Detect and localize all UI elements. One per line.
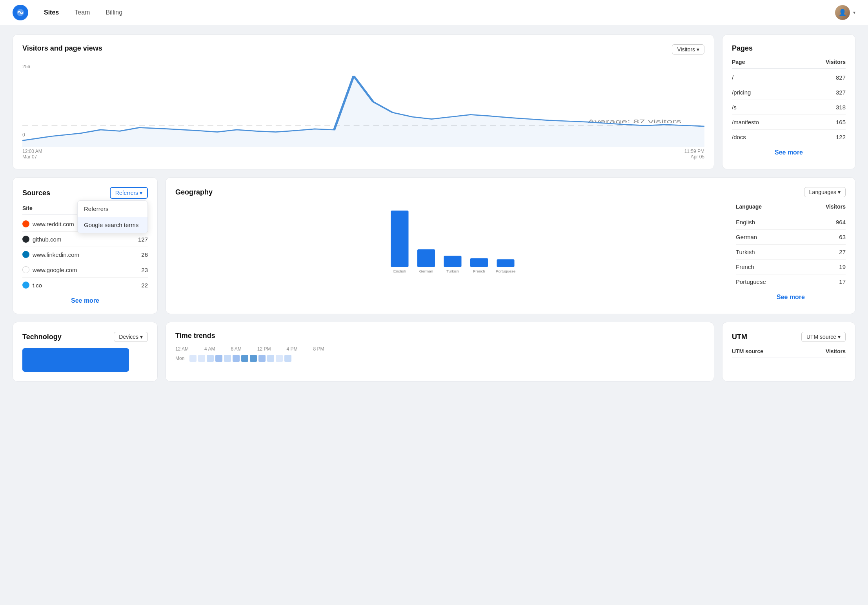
- utm-col-visitors: Visitors: [826, 348, 846, 354]
- visitors-dropdown-btn[interactable]: Visitors ▾: [672, 44, 704, 55]
- nav-billing[interactable]: Billing: [99, 6, 129, 19]
- reddit-icon: [22, 220, 29, 227]
- svg-rect-5: [444, 256, 462, 267]
- svg-rect-4: [417, 249, 435, 267]
- chart-x-end: 11:59 PM Apr 05: [684, 149, 704, 160]
- utm-source-dropdown-btn[interactable]: UTM source ▾: [801, 332, 846, 342]
- tech-bar: [22, 348, 129, 372]
- chart-svg: Average: 87 visitors: [22, 61, 704, 147]
- main-nav: Sites Team Billing: [38, 6, 835, 19]
- geo-content: English German Turkish French Portuguese…: [175, 203, 846, 301]
- svg-rect-3: [391, 211, 409, 267]
- sources-see-more[interactable]: See more: [22, 293, 148, 304]
- pages-row-4: /docs 122: [732, 130, 846, 144]
- svg-text:German: German: [419, 269, 433, 273]
- lang-col-header: Language Visitors: [736, 203, 846, 213]
- chart-y-zero: 0: [22, 132, 25, 138]
- sources-title: Sources: [22, 189, 50, 197]
- visitors-chart-card: Visitors and page views Visitors ▾ 256 0…: [13, 35, 714, 169]
- logo[interactable]: [13, 5, 28, 20]
- lang-col-language: Language: [736, 203, 762, 210]
- dropdown-item-referrers[interactable]: Referrers: [78, 201, 147, 217]
- geo-header: Geography Languages ▾: [175, 187, 846, 197]
- utm-card: UTM UTM source ▾ UTM source Visitors: [722, 322, 855, 382]
- pages-col-header: Page Visitors: [732, 59, 846, 69]
- heatmap-row-mon: Mon: [175, 355, 704, 362]
- twitter-icon: [22, 282, 29, 289]
- utm-title: UTM: [732, 333, 747, 341]
- heatmap-cell: [233, 355, 240, 362]
- sources-header: Sources Referrers ▾ Referrers Google sea…: [22, 187, 148, 199]
- heatmap-cell: [224, 355, 231, 362]
- nav-team[interactable]: Team: [68, 6, 96, 19]
- time-header: Time trends: [175, 332, 704, 340]
- source-row-4: t.co 22: [22, 278, 148, 293]
- pages-col-page: Page: [732, 59, 745, 65]
- sources-col-site: Site: [22, 205, 33, 211]
- lang-row-4: Portuguese 17: [736, 274, 846, 289]
- svg-text:Portuguese: Portuguese: [496, 269, 516, 273]
- heatmap-cell: [207, 355, 214, 362]
- pages-col-visitors: Visitors: [826, 59, 846, 65]
- geo-title: Geography: [175, 188, 213, 196]
- middle-row: Sources Referrers ▾ Referrers Google sea…: [13, 177, 855, 314]
- svg-text:Turkish: Turkish: [446, 269, 459, 273]
- technology-card: Technology Devices ▾: [13, 322, 158, 382]
- chart-labels: 12:00 AM Mar 07 11:59 PM Apr 05: [22, 149, 704, 160]
- source-row-3: www.google.com 23: [22, 262, 148, 278]
- tech-title: Technology: [22, 333, 62, 341]
- chart-y-max: 256: [22, 64, 30, 69]
- lang-row-0: English 964: [736, 215, 846, 230]
- pages-card: Pages Page Visitors / 827 /pricing 327 /…: [722, 35, 855, 169]
- lang-table: Language Visitors English 964 German 63 …: [736, 203, 846, 301]
- pages-row-0: / 827: [732, 70, 846, 85]
- utm-header: UTM UTM source ▾: [732, 332, 846, 342]
- source-row-1: github.com 127: [22, 232, 148, 247]
- heatmap-cell: [198, 355, 205, 362]
- sources-dropdown-menu: Referrers Google search terms: [77, 200, 148, 233]
- devices-dropdown-btn[interactable]: Devices ▾: [114, 332, 148, 342]
- lang-row-3: French 19: [736, 260, 846, 274]
- chart-title: Visitors and page views: [22, 44, 102, 53]
- geo-see-more[interactable]: See more: [736, 289, 846, 301]
- avatar[interactable]: 👤: [835, 5, 850, 20]
- geography-card: Geography Languages ▾: [166, 177, 855, 314]
- pages-title: Pages: [732, 44, 846, 53]
- time-title: Time trends: [175, 332, 215, 340]
- heatmap-cell: [189, 355, 197, 362]
- languages-dropdown-btn[interactable]: Languages ▾: [804, 187, 846, 197]
- heatmap-cell: [284, 355, 291, 362]
- utm-col-source: UTM source: [732, 348, 763, 354]
- pages-see-more[interactable]: See more: [732, 144, 846, 156]
- svg-text:French: French: [473, 269, 485, 273]
- svg-marker-2: [22, 76, 704, 147]
- heatmap-cell: [241, 355, 248, 362]
- time-trends-card: Time trends 12 AM 4 AM 8 AM 12 PM 4 PM 8…: [166, 322, 714, 382]
- svg-rect-6: [470, 258, 488, 267]
- nav-sites[interactable]: Sites: [38, 6, 65, 19]
- header: Sites Team Billing 👤 ▾: [0, 0, 868, 25]
- time-labels: 12 AM 4 AM 8 AM 12 PM 4 PM 8 PM: [175, 346, 704, 352]
- heatmap-cell: [276, 355, 283, 362]
- main-content: Visitors and page views Visitors ▾ 256 0…: [0, 25, 868, 391]
- sources-dropdown-btn[interactable]: Referrers ▾: [110, 187, 148, 199]
- chart-x-start: 12:00 AM Mar 07: [22, 149, 42, 160]
- avatar-dropdown-arrow[interactable]: ▾: [853, 10, 855, 15]
- heatmap-cell: [258, 355, 266, 362]
- source-row-2: www.linkedin.com 26: [22, 247, 148, 262]
- lang-row-2: Turkish 27: [736, 245, 846, 260]
- heatmap-cell: [267, 355, 274, 362]
- top-row: Visitors and page views Visitors ▾ 256 0…: [13, 35, 855, 169]
- sources-card: Sources Referrers ▾ Referrers Google sea…: [13, 177, 158, 314]
- chart-area: 256 0 Average: 87 visitors: [22, 61, 704, 147]
- linkedin-icon: [22, 251, 29, 258]
- header-right: 👤 ▾: [835, 5, 855, 20]
- dropdown-item-google-search[interactable]: Google search terms: [78, 217, 147, 233]
- heatmap-cell: [250, 355, 257, 362]
- tech-header: Technology Devices ▾: [22, 332, 148, 342]
- svg-text:English: English: [393, 269, 406, 273]
- svg-rect-7: [497, 259, 515, 267]
- bar-chart-area: English German Turkish French Portuguese: [175, 203, 726, 301]
- github-icon: [22, 236, 29, 243]
- heatmap-cell: [215, 355, 222, 362]
